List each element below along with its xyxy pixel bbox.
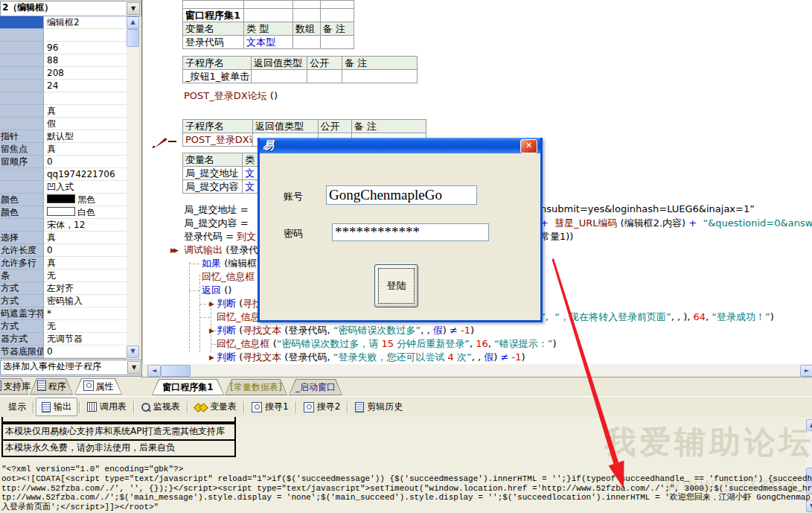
property-row[interactable]: 码遮盖字符* bbox=[0, 308, 127, 320]
table-cell[interactable]: POST_登录DX论坛 bbox=[183, 133, 253, 147]
property-value[interactable]: 假 bbox=[44, 118, 127, 130]
property-row[interactable]: 88 bbox=[0, 54, 127, 67]
property-row[interactable]: 颜色白色 bbox=[0, 206, 127, 219]
component-selector[interactable]: 2（编辑框） ▼ bbox=[0, 1, 141, 16]
toolbar-button-搜寻1[interactable]: 搜寻1 bbox=[246, 398, 294, 415]
property-value[interactable]: 左对齐 bbox=[44, 282, 127, 295]
property-value[interactable]: 凹入式 bbox=[44, 181, 127, 194]
property-row[interactable] bbox=[0, 29, 127, 42]
toolbar-button-变量表[interactable]: 变量表 bbox=[190, 398, 242, 415]
property-row[interactable]: 宋体，12 bbox=[0, 219, 127, 232]
property-value[interactable]: 真 bbox=[44, 143, 127, 156]
toolbar-button-提示[interactable]: 提示 bbox=[3, 398, 31, 415]
account-input[interactable] bbox=[326, 185, 477, 205]
property-value[interactable]: 0 bbox=[44, 156, 127, 168]
code-hscrollbar[interactable]: ◄ ► bbox=[142, 364, 812, 377]
tab-程序[interactable]: 程序 bbox=[30, 378, 73, 395]
property-row[interactable]: 允许长度0 bbox=[0, 244, 127, 257]
property-row[interactable]: 96 bbox=[0, 42, 127, 54]
table-cell[interactable] bbox=[321, 36, 354, 49]
tab-支持库[interactable]: 支持库 bbox=[0, 378, 28, 395]
property-row[interactable]: qq1974221706 bbox=[0, 168, 127, 181]
property-value[interactable]: 无调节器 bbox=[44, 333, 127, 345]
table-cell[interactable] bbox=[252, 70, 307, 83]
code-line[interactable]: 回忆_信息框 (“密码错误次数过多，请 15 分钟后重新登录”, 16, “错误… bbox=[182, 337, 557, 351]
property-row[interactable]: 编辑框2 bbox=[0, 16, 127, 29]
property-value[interactable]: * bbox=[44, 308, 127, 320]
chevron-down-icon[interactable]: ▼ bbox=[127, 361, 141, 374]
property-row[interactable]: 选择真 bbox=[0, 232, 127, 244]
scroll-left-icon[interactable]: ◄ bbox=[147, 365, 161, 377]
scrollbar-thumb[interactable] bbox=[127, 29, 139, 47]
table-cell[interactable]: 局_提交内容 bbox=[183, 180, 243, 194]
table-cell[interactable]: 局_提交地址 bbox=[183, 167, 243, 180]
chevron-down-icon[interactable]: ▼ bbox=[127, 2, 140, 15]
tab-[常量数据表][interactable]: [常量数据表] bbox=[225, 379, 287, 395]
property-value[interactable]: 96 bbox=[44, 42, 127, 54]
code-line-continuation[interactable]: 常量1)) bbox=[540, 230, 573, 243]
table-cell[interactable] bbox=[293, 36, 321, 49]
property-row[interactable]: 留焦点真 bbox=[0, 143, 127, 156]
property-value[interactable]: 无 bbox=[44, 270, 127, 282]
code-line[interactable]: ▶判断 (寻找文本 (登录代码, “密码错误次数过多”, , 假) ≠ -1) bbox=[182, 324, 557, 337]
property-row[interactable]: 假 bbox=[0, 118, 127, 130]
property-value[interactable]: 0 bbox=[44, 345, 127, 358]
toolbar-button-剪辑历史[interactable]: 剪辑历史 bbox=[350, 398, 408, 415]
property-row[interactable]: 颜色黑色 bbox=[0, 194, 127, 206]
property-row[interactable]: 方式左对齐 bbox=[0, 282, 127, 295]
property-value[interactable]: 88 bbox=[44, 54, 127, 67]
property-value[interactable] bbox=[44, 29, 127, 42]
property-value[interactable]: 0 bbox=[44, 244, 127, 257]
property-value[interactable]: 黑色 bbox=[44, 194, 127, 206]
property-row[interactable]: 24 bbox=[0, 80, 127, 92]
property-value[interactable]: qq1974221706 bbox=[44, 168, 127, 181]
dialog-titlebar[interactable]: 易 ✕ bbox=[260, 138, 540, 153]
debug-output-text[interactable]: "<?xml version="1.0" encoding="gbk"?>oot… bbox=[1, 465, 812, 512]
scroll-down-icon[interactable]: ▼ bbox=[127, 345, 139, 358]
property-row[interactable]: 真 bbox=[0, 105, 127, 118]
password-input[interactable] bbox=[332, 223, 489, 241]
property-value[interactable]: 208 bbox=[44, 67, 127, 80]
code-line-continuation[interactable]: nsubmit=yes&loginhash=LUEG6&inajax=1” bbox=[540, 203, 755, 214]
table-cell[interactable]: 登录代码 bbox=[183, 36, 244, 49]
scrollbar-thumb[interactable] bbox=[161, 365, 191, 377]
property-row[interactable]: 节器底限值0 bbox=[0, 345, 127, 358]
property-value[interactable]: 默认型 bbox=[44, 130, 127, 143]
code-line-continuation[interactable]: + 彗星_URL编码 (编辑框2.内容) + “&questionid=0&an… bbox=[540, 217, 812, 230]
tab-属性[interactable]: 属性 bbox=[74, 378, 122, 395]
scroll-up-icon[interactable]: ▲ bbox=[127, 16, 139, 29]
property-row[interactable]: 凹入式 bbox=[0, 181, 127, 194]
property-value[interactable]: 真 bbox=[44, 232, 127, 244]
property-row[interactable]: 允许多行真 bbox=[0, 257, 127, 270]
table-cell[interactable]: 文本型 bbox=[244, 36, 293, 49]
table-cell[interactable] bbox=[342, 70, 418, 83]
toolbar-button-搜寻2[interactable]: 搜寻2 bbox=[298, 398, 346, 415]
property-row[interactable] bbox=[0, 92, 127, 105]
toolbar-button-调用表[interactable]: 调用表 bbox=[82, 398, 132, 415]
property-value[interactable]: 宋体，12 bbox=[44, 219, 127, 232]
code-call-line[interactable]: POST_登录DX论坛 () bbox=[184, 89, 278, 103]
property-row[interactable]: 208 bbox=[0, 67, 127, 80]
table-cell[interactable]: _按钮1_被单击 bbox=[183, 70, 252, 83]
property-value[interactable]: 白色 bbox=[44, 206, 127, 219]
property-value[interactable]: 真 bbox=[44, 257, 127, 270]
property-row[interactable]: 方式无 bbox=[0, 320, 127, 333]
close-button[interactable]: ✕ bbox=[520, 139, 537, 153]
scroll-right-icon[interactable]: ► bbox=[800, 365, 812, 377]
property-row[interactable]: 指针默认型 bbox=[0, 130, 127, 143]
code-line-continuation[interactable]: ”, “，现在将转入登录前页面”, , ), 64, “登录成功！”) bbox=[540, 310, 774, 324]
property-row[interactable]: 方式密码输入 bbox=[0, 295, 127, 308]
tab-_启动窗口[interactable]: _启动窗口 bbox=[289, 379, 342, 395]
toolbar-button-输出[interactable]: 输出 bbox=[36, 398, 77, 416]
property-value[interactable]: 24 bbox=[44, 80, 127, 92]
property-value[interactable]: 真 bbox=[44, 105, 127, 118]
code-line[interactable]: ▶判断 (寻找文本 (登录代码, “登录失败，您还可以尝试 4 次”, , 假)… bbox=[182, 351, 557, 364]
event-handler-selector[interactable]: 选择加入事件处理子程序 ▼ bbox=[0, 360, 142, 375]
toolbar-button-监视表[interactable]: 监视表 bbox=[136, 398, 185, 415]
property-scrollbar[interactable] bbox=[127, 16, 138, 357]
login-button[interactable]: 登陆 bbox=[374, 264, 418, 308]
property-row[interactable]: 器方式无调节器 bbox=[0, 333, 127, 345]
property-value[interactable]: 密码输入 bbox=[44, 295, 127, 308]
property-value[interactable] bbox=[44, 92, 127, 105]
property-value[interactable]: 编辑框2 bbox=[44, 16, 127, 29]
